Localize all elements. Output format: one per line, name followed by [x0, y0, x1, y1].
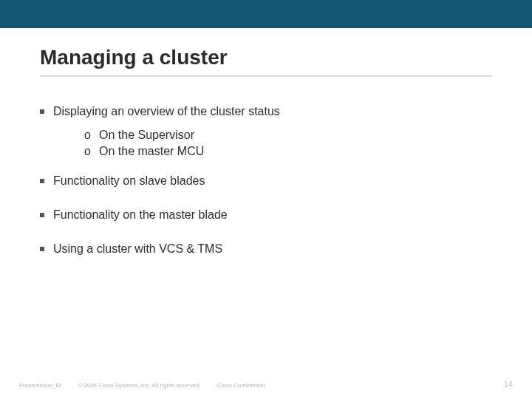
header-accent-bar	[0, 0, 532, 28]
bullet-item: Using a cluster with VCS & TMS	[40, 241, 492, 257]
sub-bullet-text: On the Supervisor	[99, 127, 194, 143]
circle-bullet-marker: o	[84, 127, 95, 143]
bullet-item: Functionality on slave blades	[40, 173, 492, 189]
sub-bullet-list: o On the Supervisor o On the master MCU	[84, 127, 492, 159]
bullet-item: Displaying an overview of the cluster st…	[40, 103, 492, 120]
slide-body: Displaying an overview of the cluster st…	[40, 103, 492, 265]
footer-page-number: 14	[504, 380, 513, 389]
slide-title: Managing a cluster	[40, 46, 228, 69]
bullet-item: Functionality on the master blade	[40, 207, 492, 223]
square-bullet-icon	[40, 247, 44, 251]
sub-bullet-item: o On the master MCU	[84, 143, 492, 160]
footer-presentation-id: Presentation_ID	[19, 382, 61, 389]
square-bullet-icon	[40, 213, 44, 217]
bullet-text: Displaying an overview of the cluster st…	[53, 103, 280, 120]
bullet-text: Functionality on the master blade	[53, 207, 228, 223]
footer-confidential: Cisco Confidential	[217, 382, 265, 389]
sub-bullet-text: On the master MCU	[99, 143, 204, 160]
circle-bullet-marker: o	[84, 143, 95, 160]
square-bullet-icon	[40, 109, 44, 114]
sub-bullet-item: o On the Supervisor	[84, 127, 492, 143]
square-bullet-icon	[40, 179, 44, 183]
bullet-text: Functionality on slave blades	[53, 173, 205, 189]
slide-footer: Presentation_ID © 2006 Cisco Systems, In…	[19, 380, 513, 389]
bullet-text: Using a cluster with VCS & TMS	[53, 241, 222, 257]
title-divider	[40, 75, 492, 77]
footer-copyright: © 2006 Cisco Systems, Inc. All rights re…	[78, 382, 200, 389]
